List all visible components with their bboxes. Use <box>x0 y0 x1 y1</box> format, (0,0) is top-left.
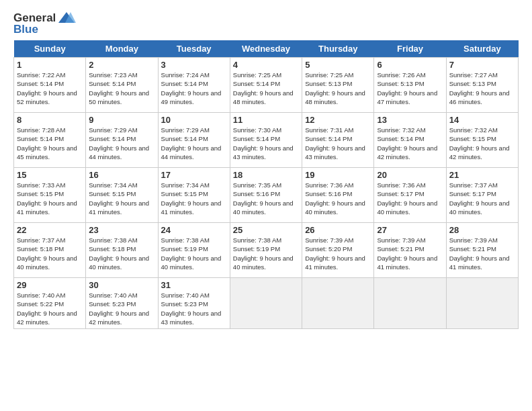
logo-blue-text: Blue <box>13 23 38 36</box>
day-info: Sunrise: 7:31 AM Sunset: 5:14 PM Dayligh… <box>305 126 371 161</box>
day-info: Sunrise: 7:34 AM Sunset: 5:15 PM Dayligh… <box>89 181 154 216</box>
day-header-friday: Friday <box>374 40 446 58</box>
day-cell-9: 9 Sunrise: 7:29 AM Sunset: 5:14 PM Dayli… <box>86 113 158 168</box>
day-info: Sunrise: 7:29 AM Sunset: 5:14 PM Dayligh… <box>89 126 154 161</box>
day-cell-7: 7 Sunrise: 7:27 AM Sunset: 5:13 PM Dayli… <box>446 58 518 113</box>
day-number: 13 <box>377 115 443 125</box>
day-cell-25: 25 Sunrise: 7:38 AM Sunset: 5:19 PM Dayl… <box>230 223 302 278</box>
day-number: 3 <box>161 60 227 70</box>
day-cell-27: 27 Sunrise: 7:39 AM Sunset: 5:21 PM Dayl… <box>374 223 446 278</box>
day-cell-11: 11 Sunrise: 7:30 AM Sunset: 5:14 PM Dayl… <box>230 113 302 168</box>
day-number: 1 <box>17 60 83 70</box>
day-number: 4 <box>233 60 299 70</box>
day-number: 20 <box>377 170 443 180</box>
day-number: 24 <box>161 225 227 235</box>
day-number: 23 <box>89 225 154 235</box>
day-number: 12 <box>305 115 371 125</box>
page: General Blue SundayMondayTuesdayWednesda… <box>0 0 532 336</box>
day-cell-6: 6 Sunrise: 7:26 AM Sunset: 5:13 PM Dayli… <box>374 58 446 113</box>
logo: General Blue <box>13 11 76 36</box>
day-cell-13: 13 Sunrise: 7:32 AM Sunset: 5:14 PM Dayl… <box>374 113 446 168</box>
day-cell-8: 8 Sunrise: 7:28 AM Sunset: 5:14 PM Dayli… <box>14 113 86 168</box>
day-info: Sunrise: 7:25 AM Sunset: 5:14 PM Dayligh… <box>233 71 299 106</box>
day-header-saturday: Saturday <box>446 40 518 58</box>
day-header-monday: Monday <box>86 40 158 58</box>
day-number: 18 <box>233 170 299 180</box>
day-cell-20: 20 Sunrise: 7:36 AM Sunset: 5:17 PM Dayl… <box>374 168 446 223</box>
day-cell-28: 28 Sunrise: 7:39 AM Sunset: 5:21 PM Dayl… <box>446 223 518 278</box>
day-cell-10: 10 Sunrise: 7:29 AM Sunset: 5:14 PM Dayl… <box>158 113 230 168</box>
day-cell-17: 17 Sunrise: 7:34 AM Sunset: 5:15 PM Dayl… <box>158 168 230 223</box>
day-cell-14: 14 Sunrise: 7:32 AM Sunset: 5:15 PM Dayl… <box>446 113 518 168</box>
day-number: 5 <box>305 60 371 70</box>
day-number: 14 <box>449 115 515 125</box>
day-cell-empty <box>446 278 518 329</box>
day-number: 17 <box>161 170 227 180</box>
day-header-thursday: Thursday <box>302 40 374 58</box>
day-info: Sunrise: 7:37 AM Sunset: 5:17 PM Dayligh… <box>449 181 515 216</box>
day-info: Sunrise: 7:40 AM Sunset: 5:23 PM Dayligh… <box>161 291 227 326</box>
day-number: 16 <box>89 170 154 180</box>
day-info: Sunrise: 7:39 AM Sunset: 5:21 PM Dayligh… <box>377 236 443 271</box>
day-info: Sunrise: 7:36 AM Sunset: 5:16 PM Dayligh… <box>305 181 371 216</box>
day-info: Sunrise: 7:37 AM Sunset: 5:18 PM Dayligh… <box>17 236 83 271</box>
day-cell-12: 12 Sunrise: 7:31 AM Sunset: 5:14 PM Dayl… <box>302 113 374 168</box>
day-number: 22 <box>17 225 83 235</box>
day-info: Sunrise: 7:24 AM Sunset: 5:14 PM Dayligh… <box>161 71 227 106</box>
day-number: 11 <box>233 115 299 125</box>
day-cell-15: 15 Sunrise: 7:33 AM Sunset: 5:15 PM Dayl… <box>14 168 86 223</box>
day-cell-21: 21 Sunrise: 7:37 AM Sunset: 5:17 PM Dayl… <box>446 168 518 223</box>
day-cell-29: 29 Sunrise: 7:40 AM Sunset: 5:22 PM Dayl… <box>14 278 86 329</box>
day-info: Sunrise: 7:33 AM Sunset: 5:15 PM Dayligh… <box>17 181 83 216</box>
day-number: 2 <box>89 60 154 70</box>
day-cell-empty <box>302 278 374 329</box>
day-info: Sunrise: 7:30 AM Sunset: 5:14 PM Dayligh… <box>233 126 299 161</box>
day-cell-22: 22 Sunrise: 7:37 AM Sunset: 5:18 PM Dayl… <box>14 223 86 278</box>
day-number: 7 <box>449 60 515 70</box>
day-info: Sunrise: 7:36 AM Sunset: 5:17 PM Dayligh… <box>377 181 443 216</box>
day-number: 25 <box>233 225 299 235</box>
day-cell-3: 3 Sunrise: 7:24 AM Sunset: 5:14 PM Dayli… <box>158 58 230 113</box>
day-number: 28 <box>449 225 515 235</box>
day-number: 31 <box>161 280 227 290</box>
day-info: Sunrise: 7:32 AM Sunset: 5:14 PM Dayligh… <box>377 126 443 161</box>
logo-icon <box>57 11 76 26</box>
day-cell-2: 2 Sunrise: 7:23 AM Sunset: 5:14 PM Dayli… <box>86 58 158 113</box>
day-info: Sunrise: 7:27 AM Sunset: 5:13 PM Dayligh… <box>449 71 515 106</box>
day-info: Sunrise: 7:29 AM Sunset: 5:14 PM Dayligh… <box>161 126 227 161</box>
day-number: 9 <box>89 115 154 125</box>
day-number: 15 <box>17 170 83 180</box>
day-header-sunday: Sunday <box>14 40 86 58</box>
day-info: Sunrise: 7:34 AM Sunset: 5:15 PM Dayligh… <box>161 181 227 216</box>
day-info: Sunrise: 7:39 AM Sunset: 5:20 PM Dayligh… <box>305 236 371 271</box>
day-info: Sunrise: 7:38 AM Sunset: 5:18 PM Dayligh… <box>89 236 154 271</box>
day-number: 21 <box>449 170 515 180</box>
day-cell-16: 16 Sunrise: 7:34 AM Sunset: 5:15 PM Dayl… <box>86 168 158 223</box>
day-cell-19: 19 Sunrise: 7:36 AM Sunset: 5:16 PM Dayl… <box>302 168 374 223</box>
day-number: 6 <box>377 60 443 70</box>
day-info: Sunrise: 7:40 AM Sunset: 5:22 PM Dayligh… <box>17 291 83 326</box>
day-cell-26: 26 Sunrise: 7:39 AM Sunset: 5:20 PM Dayl… <box>302 223 374 278</box>
day-info: Sunrise: 7:32 AM Sunset: 5:15 PM Dayligh… <box>449 126 515 161</box>
day-cell-23: 23 Sunrise: 7:38 AM Sunset: 5:18 PM Dayl… <box>86 223 158 278</box>
day-info: Sunrise: 7:28 AM Sunset: 5:14 PM Dayligh… <box>17 126 83 161</box>
day-cell-1: 1 Sunrise: 7:22 AM Sunset: 5:14 PM Dayli… <box>14 58 86 113</box>
header: General Blue <box>13 11 519 36</box>
day-number: 19 <box>305 170 371 180</box>
day-cell-30: 30 Sunrise: 7:40 AM Sunset: 5:23 PM Dayl… <box>86 278 158 329</box>
day-header-tuesday: Tuesday <box>158 40 230 58</box>
day-info: Sunrise: 7:35 AM Sunset: 5:16 PM Dayligh… <box>233 181 299 216</box>
day-header-wednesday: Wednesday <box>230 40 302 58</box>
day-cell-4: 4 Sunrise: 7:25 AM Sunset: 5:14 PM Dayli… <box>230 58 302 113</box>
day-number: 10 <box>161 115 227 125</box>
day-cell-18: 18 Sunrise: 7:35 AM Sunset: 5:16 PM Dayl… <box>230 168 302 223</box>
day-info: Sunrise: 7:38 AM Sunset: 5:19 PM Dayligh… <box>161 236 227 271</box>
day-number: 29 <box>17 280 83 290</box>
day-info: Sunrise: 7:26 AM Sunset: 5:13 PM Dayligh… <box>377 71 443 106</box>
day-cell-5: 5 Sunrise: 7:25 AM Sunset: 5:13 PM Dayli… <box>302 58 374 113</box>
day-cell-empty <box>374 278 446 329</box>
day-info: Sunrise: 7:39 AM Sunset: 5:21 PM Dayligh… <box>449 236 515 271</box>
day-cell-empty <box>230 278 302 329</box>
day-number: 26 <box>305 225 371 235</box>
day-cell-24: 24 Sunrise: 7:38 AM Sunset: 5:19 PM Dayl… <box>158 223 230 278</box>
